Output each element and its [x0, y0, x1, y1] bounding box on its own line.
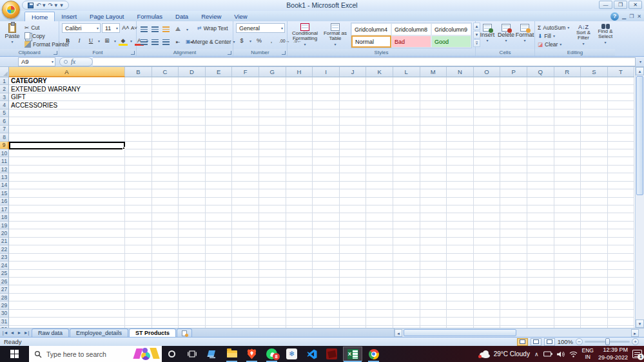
grid-cell-O14[interactable] — [474, 182, 501, 189]
grid-cell-L7[interactable] — [393, 126, 420, 133]
grid-cell-R9[interactable] — [554, 142, 581, 149]
grid-cell-Q2[interactable] — [527, 85, 554, 93]
grid-cell-E3[interactable] — [206, 93, 233, 101]
grid-cell-L19[interactable] — [393, 222, 420, 229]
sort-filter-button[interactable]: A↓Z Sort & Filter▾ — [572, 24, 594, 46]
grid-cell-F24[interactable] — [232, 262, 259, 269]
grid-cell-T17[interactable] — [608, 205, 635, 213]
grid-cell-Q31[interactable] — [527, 318, 554, 325]
grid-cell-B12[interactable] — [125, 166, 152, 173]
grid-cell-T4[interactable] — [608, 101, 635, 109]
grid-cell-Q6[interactable] — [527, 117, 554, 125]
row-header-24[interactable]: 24 — [0, 262, 9, 269]
grid-cell-D18[interactable] — [179, 213, 206, 221]
grid-cell-M18[interactable] — [420, 213, 447, 221]
grid-cell-S20[interactable] — [581, 229, 608, 237]
grid-cell-F19[interactable] — [232, 222, 259, 229]
tab-home[interactable]: Home — [24, 12, 55, 21]
grid-cell-D13[interactable] — [179, 173, 206, 181]
grid-cell-B1[interactable] — [125, 77, 152, 85]
percent-style-button[interactable]: % — [255, 36, 264, 45]
grid-cell-F17[interactable] — [232, 205, 259, 213]
grid-cell-K31[interactable] — [366, 318, 393, 325]
column-header-R[interactable]: R — [554, 67, 581, 77]
grid-cell-C23[interactable] — [152, 254, 179, 262]
merge-center-button[interactable]: ▣ Merge & Center▾ — [186, 37, 235, 46]
column-header-I[interactable]: I — [313, 67, 340, 77]
grid-cell-C17[interactable] — [152, 205, 179, 213]
grid-cell-K14[interactable] — [366, 182, 393, 189]
grid-cell-K4[interactable] — [366, 101, 393, 109]
grid-cell-C18[interactable] — [152, 213, 179, 221]
grid-cell-K5[interactable] — [366, 110, 393, 117]
grid-cell-K28[interactable] — [366, 294, 393, 301]
grid-cell-L6[interactable] — [393, 117, 420, 125]
grid-cell-Q29[interactable] — [527, 301, 554, 309]
grid-cell-M29[interactable] — [420, 301, 447, 309]
grid-cell-C5[interactable] — [152, 110, 179, 117]
grid-cell-I30[interactable] — [313, 310, 340, 318]
row-header-31[interactable]: 31 — [0, 318, 9, 325]
grid-cell-L2[interactable] — [393, 85, 420, 93]
grid-cell-D10[interactable] — [179, 149, 206, 157]
grid-cell-H29[interactable] — [286, 301, 313, 309]
grid-cell-L3[interactable] — [393, 93, 420, 101]
grid-cell-M5[interactable] — [420, 110, 447, 117]
grid-cell-F2[interactable] — [232, 85, 259, 93]
row-header-5[interactable]: 5 — [0, 110, 9, 117]
grid-cell-B15[interactable] — [125, 189, 152, 197]
grid-cell-T6[interactable] — [608, 117, 635, 125]
scroll-right-icon[interactable]: ► — [631, 329, 639, 337]
grid-cell-P20[interactable] — [500, 229, 527, 237]
grid-cell-P31[interactable] — [500, 318, 527, 325]
grid-cell-J23[interactable] — [340, 254, 367, 262]
grid-cell-L22[interactable] — [393, 245, 420, 253]
grid-cell-H8[interactable] — [286, 133, 313, 141]
grid-cell-H26[interactable] — [286, 278, 313, 285]
column-header-M[interactable]: M — [420, 67, 447, 77]
grid-cell-J9[interactable] — [340, 142, 367, 149]
grid-cell-N4[interactable] — [447, 101, 474, 109]
grid-cell-G20[interactable] — [259, 229, 286, 237]
prev-sheet-icon[interactable]: ◄ — [9, 330, 15, 335]
grid-cell-I29[interactable] — [313, 301, 340, 309]
grid-cell-C9[interactable] — [152, 142, 179, 149]
row-header-16[interactable]: 16 — [0, 198, 9, 205]
grid-cell-B31[interactable] — [125, 318, 152, 325]
grid-cell-K6[interactable] — [366, 117, 393, 125]
grid-cell-M22[interactable] — [420, 245, 447, 253]
grid-cell-A30[interactable] — [9, 310, 125, 318]
grid-cell-D15[interactable] — [179, 189, 206, 197]
grid-cell-H16[interactable] — [286, 198, 313, 205]
grid-cell-T22[interactable] — [608, 245, 635, 253]
grid-cell-T12[interactable] — [608, 166, 635, 173]
grid-cell-L18[interactable] — [393, 213, 420, 221]
grid-cell-F29[interactable] — [232, 301, 259, 309]
grid-cell-B21[interactable] — [125, 238, 152, 245]
grid-cell-O25[interactable] — [474, 270, 501, 278]
fill-button[interactable]: ⬇Fill▾ — [538, 32, 569, 40]
grid-cell-C20[interactable] — [152, 229, 179, 237]
grid-cell-P12[interactable] — [500, 166, 527, 173]
grid-cell-O1[interactable] — [474, 77, 501, 85]
grid-cell-Q1[interactable] — [527, 77, 554, 85]
vscode-button[interactable] — [302, 346, 322, 362]
grid-cell-F12[interactable] — [232, 166, 259, 173]
grid-cell-S4[interactable] — [581, 101, 608, 109]
grid-cell-L11[interactable] — [393, 157, 420, 165]
grid-cell-D6[interactable] — [179, 117, 206, 125]
grid-cell-K3[interactable] — [366, 93, 393, 101]
grid-cell-G7[interactable] — [259, 126, 286, 133]
tab-formulas[interactable]: Formulas — [130, 12, 169, 21]
grid-cell-E1[interactable] — [206, 77, 233, 85]
row-header-15[interactable]: 15 — [0, 189, 9, 197]
grid-cell-A2[interactable]: EXTENDED WARRANY — [9, 85, 125, 93]
grid-cell-O27[interactable] — [474, 285, 501, 293]
grid-cell-F22[interactable] — [232, 245, 259, 253]
grid-cell-N27[interactable] — [447, 285, 474, 293]
grid-cell-D5[interactable] — [179, 110, 206, 117]
grid-cell-G12[interactable] — [259, 166, 286, 173]
first-sheet-icon[interactable]: |◄ — [2, 330, 8, 335]
sheet-tab-employee-details[interactable]: Employee_details — [70, 329, 128, 337]
grid-cell-L16[interactable] — [393, 198, 420, 205]
